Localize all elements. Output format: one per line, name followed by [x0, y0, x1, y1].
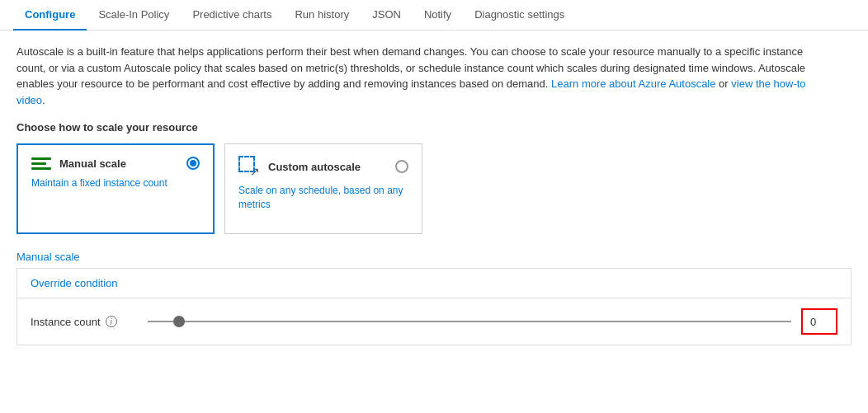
instance-count-label: Instance count i: [31, 316, 138, 328]
manual-scale-icon: [31, 157, 51, 170]
main-content: Autoscale is a built-in feature that hel…: [0, 31, 868, 359]
manual-scale-card[interactable]: Manual scale Maintain a fixed instance c…: [17, 143, 215, 234]
override-condition-box: Override condition Instance count i: [17, 268, 851, 345]
tab-json[interactable]: JSON: [361, 0, 413, 31]
choose-heading: Choose how to scale your resource: [17, 121, 851, 134]
custom-title-group: ↗ Custom autoscale: [238, 156, 361, 177]
tab-predictive-charts[interactable]: Predictive charts: [181, 0, 283, 31]
custom-autoscale-icon: ↗: [238, 156, 260, 177]
override-condition-label: Override condition: [17, 269, 851, 298]
instance-count-slider-thumb[interactable]: [173, 316, 185, 327]
instance-count-slider-container: [148, 321, 791, 322]
manual-scale-section-label: Manual scale: [17, 251, 851, 263]
tab-scale-in-policy[interactable]: Scale-In Policy: [87, 0, 181, 31]
custom-autoscale-card[interactable]: ↗ Custom autoscale Scale on any schedule…: [224, 143, 422, 234]
custom-card-header: ↗ Custom autoscale: [238, 156, 408, 177]
custom-autoscale-title: Custom autoscale: [268, 161, 361, 173]
scale-options: Manual scale Maintain a fixed instance c…: [17, 143, 851, 234]
instance-count-info-icon[interactable]: i: [106, 316, 117, 327]
tab-configure[interactable]: Configure: [13, 0, 87, 31]
custom-autoscale-desc: Scale on any schedule, based on any metr…: [238, 184, 408, 212]
instance-count-input[interactable]: [801, 308, 837, 335]
instance-count-slider-track[interactable]: [148, 321, 791, 322]
manual-scale-radio[interactable]: [186, 157, 200, 170]
manual-scale-title: Manual scale: [59, 157, 126, 170]
manual-scale-desc: Maintain a fixed instance count: [31, 176, 200, 190]
custom-autoscale-radio[interactable]: [395, 160, 408, 173]
tab-run-history[interactable]: Run history: [283, 0, 361, 31]
tab-diagnostic-settings[interactable]: Diagnostic settings: [463, 0, 576, 31]
tabs-bar: Configure Scale-In Policy Predictive cha…: [0, 0, 868, 31]
instance-count-row: Instance count i: [17, 298, 851, 345]
tab-notify[interactable]: Notify: [413, 0, 463, 31]
manual-card-header: Manual scale: [31, 157, 200, 170]
learn-more-link[interactable]: Learn more about Azure Autoscale: [551, 77, 715, 90]
description-text: Autoscale is a built-in feature that hel…: [17, 44, 809, 108]
manual-title-group: Manual scale: [31, 157, 126, 170]
